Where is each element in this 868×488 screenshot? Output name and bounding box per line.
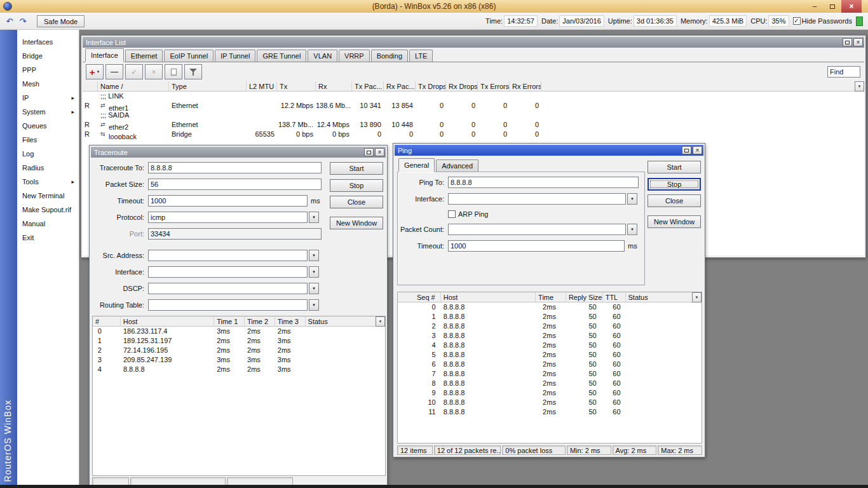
interface-list-titlebar[interactable]: Interface List × bbox=[83, 37, 864, 48]
routing-table-dropdown-button[interactable]: ▼ bbox=[309, 299, 319, 311]
maximize-button[interactable] bbox=[364, 148, 374, 156]
table-row[interactable]: 0186.233.117.43ms2ms2ms bbox=[93, 327, 385, 336]
maximize-button[interactable] bbox=[824, 0, 841, 13]
packet-count-input[interactable] bbox=[448, 224, 626, 235]
ping-to-input[interactable] bbox=[448, 177, 639, 188]
table-row[interactable]: 48.8.8.82ms2ms3ms bbox=[93, 365, 385, 374]
maximize-button[interactable] bbox=[682, 146, 691, 154]
column-header[interactable]: Name / bbox=[98, 81, 169, 91]
timeout-input[interactable] bbox=[148, 195, 308, 207]
disable-button[interactable]: × bbox=[145, 64, 163, 79]
table-row[interactable]: 68.8.8.82ms5060 bbox=[398, 360, 702, 369]
packet-count-dropdown-button[interactable]: ▼ bbox=[627, 224, 637, 235]
close-button[interactable]: Close bbox=[648, 194, 701, 207]
safe-mode-button[interactable]: Safe Mode bbox=[37, 15, 85, 27]
new-window-button[interactable]: New Window bbox=[330, 217, 383, 229]
sidebar-item-tools[interactable]: Tools▸ bbox=[17, 175, 79, 189]
table-row[interactable]: 272.14.196.1952ms2ms2ms bbox=[93, 346, 385, 355]
sidebar-item-files[interactable]: Files bbox=[17, 133, 79, 147]
dscp-input[interactable] bbox=[148, 283, 308, 294]
arp-ping-checkbox[interactable] bbox=[448, 210, 456, 218]
stop-button[interactable]: Stop bbox=[648, 178, 701, 191]
sidebar-item-mesh[interactable]: Mesh bbox=[17, 77, 79, 91]
table-row[interactable]: 118.8.8.82ms5060 bbox=[398, 407, 702, 417]
new-window-button[interactable]: New Window bbox=[648, 215, 701, 228]
tab-lte[interactable]: LTE bbox=[409, 50, 433, 62]
hide-passwords-checkbox[interactable]: ✓ bbox=[793, 17, 801, 25]
tab-advanced[interactable]: Advanced bbox=[436, 159, 478, 172]
enable-button[interactable]: ✓ bbox=[125, 64, 143, 79]
interface-input[interactable] bbox=[448, 193, 626, 205]
column-header[interactable]: Rx Pac... bbox=[384, 81, 416, 91]
maximize-button[interactable] bbox=[843, 38, 852, 46]
table-row[interactable]: 08.8.8.82ms5060 bbox=[398, 302, 702, 312]
ping-titlebar[interactable]: Ping × bbox=[395, 145, 703, 156]
table-row[interactable]: R⇄ether1Ethernet12.2 Mbps138.6 Mb...10 3… bbox=[83, 101, 864, 111]
table-row[interactable]: 3209.85.247.1393ms3ms3ms bbox=[93, 355, 385, 365]
start-button[interactable]: Start bbox=[648, 161, 701, 173]
column-header[interactable]: Rx Drops bbox=[446, 81, 478, 91]
column-header[interactable]: Rx bbox=[316, 81, 352, 91]
table-row[interactable]: 88.8.8.82ms5060 bbox=[398, 379, 702, 388]
tab-general[interactable]: General bbox=[398, 158, 435, 172]
traceroute-titlebar[interactable]: Traceroute × bbox=[91, 147, 386, 158]
table-row[interactable]: 58.8.8.82ms5060 bbox=[398, 350, 702, 360]
comment-row[interactable]: ;;; LINK bbox=[83, 92, 864, 101]
protocol-dropdown-button[interactable]: ▼ bbox=[309, 212, 319, 223]
dscp-dropdown-button[interactable]: ▼ bbox=[309, 283, 319, 294]
sidebar-item-log[interactable]: Log bbox=[17, 147, 79, 161]
interface-dropdown-button[interactable]: ▼ bbox=[627, 193, 637, 205]
sidebar-item-radius[interactable]: Radius bbox=[17, 161, 79, 175]
column-header[interactable]: Status bbox=[306, 316, 385, 326]
interface-input[interactable] bbox=[148, 266, 308, 278]
column-header[interactable]: Time bbox=[536, 292, 566, 302]
sidebar-item-system[interactable]: System▸ bbox=[17, 105, 79, 119]
column-header[interactable]: Host bbox=[121, 316, 214, 326]
tab-interface[interactable]: Interface bbox=[85, 48, 124, 62]
table-row[interactable]: 78.8.8.82ms5060 bbox=[398, 369, 702, 379]
remove-button[interactable]: — bbox=[105, 64, 123, 79]
column-header[interactable]: Status bbox=[626, 292, 702, 302]
src-address-dropdown-button[interactable]: ▼ bbox=[309, 250, 319, 261]
redo-button[interactable]: ↷ bbox=[17, 15, 29, 27]
column-header[interactable]: TTL bbox=[603, 292, 626, 302]
column-header[interactable] bbox=[83, 81, 98, 91]
traceroute-to-input[interactable] bbox=[148, 162, 322, 173]
filter-button[interactable] bbox=[184, 64, 202, 79]
column-header[interactable]: Seq # bbox=[398, 292, 441, 302]
find-input[interactable] bbox=[827, 66, 860, 78]
app-titlebar[interactable]: (Borda) - WinBox v5.26 on x86 (x86) – × bbox=[0, 0, 868, 13]
timeout-input[interactable] bbox=[448, 240, 625, 252]
table-row[interactable]: 1189.125.31.1972ms2ms3ms bbox=[93, 336, 385, 346]
sidebar-item-manual[interactable]: Manual bbox=[17, 217, 79, 231]
column-selector-button[interactable]: ▼ bbox=[855, 81, 864, 92]
table-row[interactable]: 18.8.8.82ms5060 bbox=[398, 312, 702, 322]
sidebar-item-make-supout-rif[interactable]: Make Supout.rif bbox=[17, 203, 79, 217]
table-row[interactable]: 108.8.8.82ms5060 bbox=[398, 398, 702, 407]
undo-button[interactable]: ↶ bbox=[3, 15, 16, 27]
table-row[interactable]: 98.8.8.82ms5060 bbox=[398, 388, 702, 398]
close-button[interactable]: × bbox=[693, 146, 702, 154]
tab-ip-tunnel[interactable]: IP Tunnel bbox=[215, 50, 255, 62]
column-header[interactable]: Reply Size bbox=[566, 292, 603, 302]
close-button[interactable]: × bbox=[841, 0, 862, 13]
tab-bonding[interactable]: Bonding bbox=[371, 50, 408, 62]
routing-table-input[interactable] bbox=[148, 299, 308, 311]
column-header[interactable]: Host bbox=[441, 292, 536, 302]
src-address-input[interactable] bbox=[148, 250, 308, 261]
sidebar-item-new-terminal[interactable]: New Terminal bbox=[17, 189, 79, 203]
column-header[interactable]: Type bbox=[169, 81, 247, 91]
column-header[interactable]: Time 2 bbox=[245, 316, 275, 326]
column-header[interactable]: L2 MTU bbox=[247, 81, 277, 91]
packet-size-input[interactable] bbox=[148, 179, 322, 190]
tab-gre-tunnel[interactable]: GRE Tunnel bbox=[257, 50, 306, 62]
sidebar-item-bridge[interactable]: Bridge bbox=[17, 49, 79, 63]
add-button[interactable]: +▼ bbox=[86, 64, 104, 79]
column-header[interactable]: Time 1 bbox=[214, 316, 245, 326]
table-row[interactable]: R⇄ether2Ethernet138.7 Mb...12.4 Mbps13 8… bbox=[83, 120, 864, 130]
column-header[interactable]: Rx Errors bbox=[510, 81, 541, 91]
table-row[interactable]: 28.8.8.82ms5060 bbox=[398, 322, 702, 331]
tab-vrrp[interactable]: VRRP bbox=[339, 50, 370, 62]
column-header[interactable]: Time 3 bbox=[275, 316, 306, 326]
sidebar-item-interfaces[interactable]: Interfaces bbox=[17, 35, 79, 49]
